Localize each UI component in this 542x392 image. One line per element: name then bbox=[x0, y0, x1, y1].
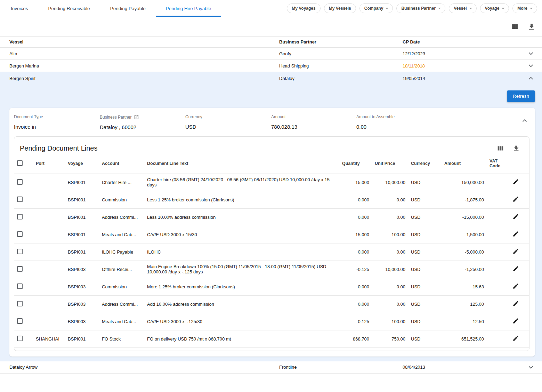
cell-business-partner: Frontline bbox=[279, 365, 403, 370]
cell-quantity: -0.125 bbox=[339, 261, 372, 278]
row-checkbox[interactable] bbox=[17, 336, 23, 341]
chevron-down-icon[interactable] bbox=[527, 363, 535, 371]
cell-vat-code bbox=[487, 191, 510, 208]
field-value: Invoice in bbox=[14, 124, 100, 130]
edit-icon[interactable] bbox=[512, 248, 519, 255]
cell-amount: 150,000.00 bbox=[442, 174, 487, 191]
arrow-drop-down-icon bbox=[528, 5, 535, 12]
edit-icon[interactable] bbox=[512, 231, 519, 237]
vessel-table-header: Vessel Business Partner CP Date bbox=[0, 36, 542, 48]
table-row: BSPI001 Address Commi... Less 10.00% add… bbox=[14, 208, 529, 226]
tab-pending-receivable[interactable]: Pending Receivable bbox=[38, 0, 100, 17]
cell-port bbox=[33, 191, 65, 208]
row-checkbox[interactable] bbox=[17, 197, 23, 202]
open-in-new-icon[interactable] bbox=[134, 114, 139, 120]
cell-line-text: C/V/E USD 3000 x 15/30 bbox=[144, 226, 339, 243]
chevron-down-icon[interactable] bbox=[527, 49, 535, 58]
cell-port bbox=[33, 243, 65, 261]
cell-voyage: BSPI001 bbox=[65, 174, 99, 191]
cell-vat-code bbox=[487, 295, 510, 313]
edit-icon[interactable] bbox=[512, 213, 519, 220]
field-label: Document Type bbox=[14, 114, 100, 119]
cell-amount: -1,250.00 bbox=[442, 261, 487, 278]
cell-currency: USD bbox=[408, 295, 442, 313]
cell-line-text: Charter hire (08:56 (GMT) 24/10/2020 - 0… bbox=[144, 174, 339, 191]
download-icon[interactable] bbox=[512, 145, 520, 152]
tab-invoices[interactable]: Invoices bbox=[1, 0, 38, 17]
download-icon[interactable] bbox=[527, 23, 536, 31]
column-header-quantity: Quantity bbox=[339, 154, 372, 174]
cell-port bbox=[33, 174, 65, 191]
edit-icon[interactable] bbox=[512, 283, 519, 289]
row-checkbox[interactable] bbox=[17, 214, 23, 219]
cell-port bbox=[33, 278, 65, 295]
edit-icon[interactable] bbox=[512, 178, 519, 185]
column-header-unit-price: Unit Price bbox=[372, 154, 408, 174]
cell-account: Offhire Recei... bbox=[99, 261, 144, 278]
row-checkbox[interactable] bbox=[17, 318, 23, 324]
chip-label: My Vessels bbox=[329, 6, 351, 11]
row-checkbox[interactable] bbox=[17, 249, 23, 254]
chevron-up-icon[interactable] bbox=[527, 74, 535, 82]
filter-voyage[interactable]: Voyage bbox=[480, 3, 509, 13]
chip-label: Company bbox=[364, 6, 383, 11]
vessel-row-dataloy-arrow[interactable]: Dataloy Arrow Frontline 08/04/2013 bbox=[0, 361, 542, 374]
row-checkbox[interactable] bbox=[17, 266, 23, 272]
row-checkbox[interactable] bbox=[17, 231, 23, 237]
table-row: BSPI003 Commission More 1.25% broker com… bbox=[14, 278, 529, 295]
column-settings-icon[interactable] bbox=[496, 145, 504, 152]
filter-my-vessels[interactable]: My Vessels bbox=[324, 3, 356, 13]
cell-vat-code bbox=[487, 208, 510, 226]
cell-currency: USD bbox=[408, 174, 442, 191]
field-amount-to-assemble: Amount to Assemble 0.00 bbox=[356, 114, 517, 130]
cell-line-text: Less 1.25% broker commission (Clarksons) bbox=[144, 191, 339, 208]
cell-unit-price: 0.00 bbox=[372, 191, 408, 208]
pending-document-card: Document Type Invoice in Business Partne… bbox=[9, 108, 535, 357]
cell-port bbox=[33, 313, 65, 330]
cell-account: Address Commi... bbox=[99, 295, 144, 313]
filter-vessel[interactable]: Vessel bbox=[449, 3, 476, 13]
row-checkbox[interactable] bbox=[17, 283, 23, 289]
row-checkbox[interactable] bbox=[17, 179, 23, 185]
edit-icon[interactable] bbox=[512, 318, 519, 324]
chevron-down-icon[interactable] bbox=[527, 62, 535, 70]
chevron-up-icon[interactable] bbox=[520, 117, 529, 125]
filter-company[interactable]: Company bbox=[359, 3, 393, 13]
edit-icon[interactable] bbox=[512, 335, 519, 342]
cell-quantity: 868.700 bbox=[339, 330, 372, 347]
cell-amount: 15.63 bbox=[442, 278, 487, 295]
filter-more[interactable]: More bbox=[512, 3, 537, 13]
cell-cp-date: 08/04/2013 bbox=[403, 365, 523, 370]
edit-icon[interactable] bbox=[512, 265, 519, 272]
select-all-checkbox[interactable] bbox=[17, 160, 23, 166]
edit-icon[interactable] bbox=[512, 300, 519, 307]
expanded-vessel-section: Bergen Spirit Dataloy 19/05/2014 Refresh… bbox=[0, 72, 542, 361]
cell-amount: -12.50 bbox=[442, 313, 487, 330]
tab-label: Pending Payable bbox=[110, 6, 146, 11]
refresh-button[interactable]: Refresh bbox=[507, 90, 535, 102]
cell-quantity: 0.000 bbox=[339, 191, 372, 208]
cell-business-partner: Head Shipping bbox=[279, 63, 403, 69]
cell-line-text: More 1.25% broker commission (Clarksons) bbox=[144, 278, 339, 295]
arrow-drop-down-icon bbox=[467, 5, 474, 12]
cell-unit-price: 100.00 bbox=[372, 226, 408, 243]
edit-icon[interactable] bbox=[512, 196, 519, 202]
tab-label: Invoices bbox=[11, 6, 28, 11]
cell-vessel: Bergen Spirit bbox=[9, 76, 279, 81]
cell-currency: USD bbox=[408, 226, 442, 243]
tab-pending-payable[interactable]: Pending Payable bbox=[100, 0, 156, 17]
column-settings-icon[interactable] bbox=[511, 23, 519, 31]
cell-vat-code bbox=[487, 261, 510, 278]
cell-line-text: FO on delivery USD 750 /mt x 868.700 mt bbox=[144, 330, 339, 347]
vessel-row-alta[interactable]: Alta Goofy 12/12/2023 bbox=[0, 48, 542, 60]
document-summary: Document Type Invoice in Business Partne… bbox=[9, 108, 535, 134]
vessel-row-bergen-marina[interactable]: Bergen Marina Head Shipping 18/11/2018 bbox=[0, 60, 542, 72]
cell-line-text: Main Engine Breakdown 100% (15:00 (GMT) … bbox=[144, 261, 339, 278]
filter-my-voyages[interactable]: My Voyages bbox=[287, 3, 320, 13]
tab-pending-hire-payable[interactable]: Pending Hire Payable bbox=[156, 0, 221, 17]
filter-chip-bar: My Voyages My Vessels Company Business P… bbox=[287, 3, 542, 13]
row-checkbox[interactable] bbox=[17, 301, 23, 306]
filter-business-partner[interactable]: Business Partner bbox=[396, 3, 445, 13]
vessel-row-bergen-spirit[interactable]: Bergen Spirit Dataloy 19/05/2014 bbox=[0, 72, 542, 85]
column-header-cp-date: CP Date bbox=[403, 39, 523, 45]
